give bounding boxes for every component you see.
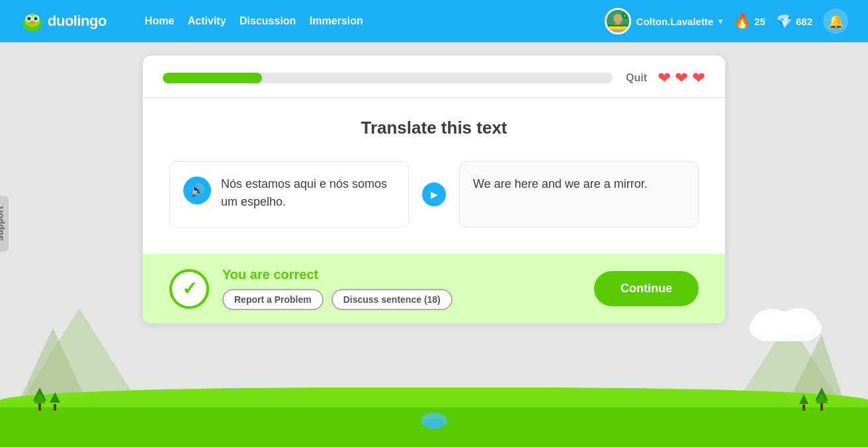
svg-point-7 bbox=[34, 18, 36, 20]
header-right: 🇧🇷 Colton.Lavalette ▾ 🔥 25 💎 682 🔔 bbox=[605, 8, 848, 34]
translation-area: 🔊 Nós estamos aqui e nós somos um espelh… bbox=[169, 161, 699, 227]
heart-2: ❤ bbox=[675, 69, 688, 87]
arrow-circle: ▶ bbox=[422, 183, 446, 206]
svg-rect-27 bbox=[54, 404, 56, 411]
nav-immersion[interactable]: Immersion bbox=[304, 12, 369, 30]
correct-title: You are correct bbox=[222, 267, 581, 282]
progress-area: Quit ❤ ❤ ❤ bbox=[143, 56, 725, 98]
svg-marker-28 bbox=[50, 392, 60, 403]
progress-bar-container bbox=[163, 73, 613, 83]
quiz-card: Quit ❤ ❤ ❤ Translate this text 🔊 Nós est… bbox=[143, 56, 725, 323]
correct-banner: ✓ You are correct Report a Problem Discu… bbox=[143, 254, 725, 323]
nav-discussion[interactable]: Discussion bbox=[234, 12, 301, 30]
nav-activity[interactable]: Activity bbox=[183, 12, 232, 30]
svg-text:🇧🇷: 🇧🇷 bbox=[623, 13, 629, 19]
quiz-title: Translate this text bbox=[169, 118, 699, 138]
streak-stat: 🔥 25 bbox=[733, 13, 765, 30]
source-text: Nós estamos aqui e nós somos um espelho. bbox=[221, 175, 395, 211]
correct-actions: Report a Problem Discuss sentence (18) bbox=[222, 289, 581, 310]
notifications-button[interactable]: 🔔 bbox=[823, 9, 848, 34]
gems-stat: 💎 682 bbox=[776, 13, 812, 29]
svg-marker-33 bbox=[799, 394, 808, 404]
user-profile[interactable]: 🇧🇷 Colton.Lavalette ▾ bbox=[605, 8, 723, 34]
avatar: 🇧🇷 bbox=[605, 8, 631, 34]
audio-button[interactable]: 🔊 bbox=[183, 177, 211, 204]
svg-point-6 bbox=[28, 18, 30, 20]
nav-home[interactable]: Home bbox=[140, 12, 179, 30]
target-box: We are here and we are a mirror. bbox=[459, 161, 699, 227]
progress-bar-fill bbox=[163, 73, 262, 83]
check-mark-icon: ✓ bbox=[182, 278, 197, 300]
target-text: We are here and we are a mirror. bbox=[473, 177, 648, 190]
svg-point-35 bbox=[424, 419, 444, 429]
bell-icon: 🔔 bbox=[828, 13, 844, 29]
heart-3: ❤ bbox=[692, 69, 705, 87]
logo-text: duolingo bbox=[48, 13, 107, 30]
hearts: ❤ ❤ ❤ bbox=[658, 69, 705, 87]
audio-icon: 🔊 bbox=[190, 183, 204, 198]
svg-rect-14 bbox=[607, 26, 629, 29]
chevron-down-icon: ▾ bbox=[718, 17, 722, 26]
logo[interactable]: duolingo bbox=[20, 9, 107, 34]
main-content: Quit ❤ ❤ ❤ Translate this text 🔊 Nós est… bbox=[0, 42, 868, 323]
header: duolingo Home Activity Discussion Immers… bbox=[0, 0, 868, 42]
check-circle: ✓ bbox=[169, 269, 209, 309]
svg-point-11 bbox=[613, 14, 623, 23]
discuss-sentence-button[interactable]: Discuss sentence (18) bbox=[331, 289, 453, 310]
streak-count: 25 bbox=[754, 16, 765, 27]
quit-button[interactable]: Quit bbox=[626, 72, 647, 84]
arrow-icon: ▶ bbox=[431, 189, 438, 200]
support-tab[interactable]: Support bbox=[0, 195, 9, 251]
continue-button[interactable]: Continue bbox=[594, 271, 699, 306]
report-problem-button[interactable]: Report a Problem bbox=[222, 289, 324, 310]
svg-rect-32 bbox=[803, 405, 805, 411]
flame-icon: 🔥 bbox=[733, 13, 751, 30]
gem-icon: 💎 bbox=[776, 13, 793, 29]
correct-content: You are correct Report a Problem Discuss… bbox=[222, 267, 581, 310]
nav: Home Activity Discussion Immersion bbox=[140, 15, 369, 27]
quiz-body: Translate this text 🔊 Nós estamos aqui e… bbox=[143, 98, 725, 254]
arrow-separator: ▶ bbox=[422, 161, 446, 227]
source-box: 🔊 Nós estamos aqui e nós somos um espelh… bbox=[169, 161, 409, 227]
heart-1: ❤ bbox=[658, 69, 671, 87]
gems-count: 682 bbox=[796, 16, 812, 27]
username: Colton.Lavalette bbox=[636, 16, 714, 27]
